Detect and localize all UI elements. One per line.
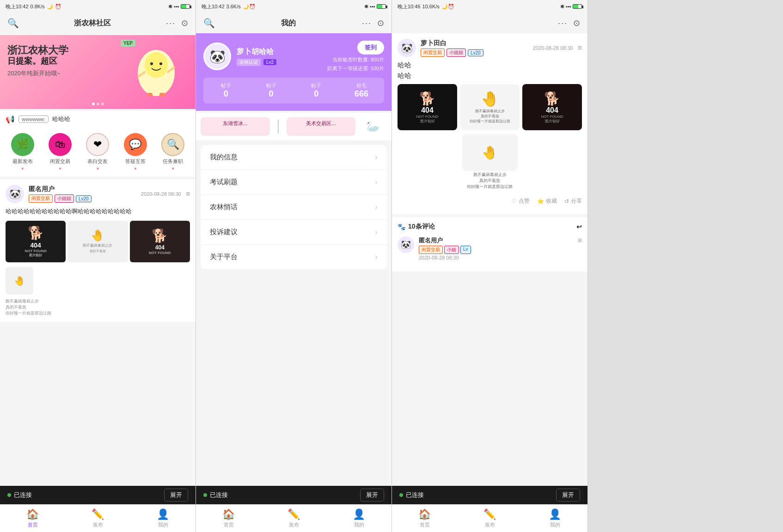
- home-label-3: 首页: [420, 521, 430, 528]
- detail-img-3[interactable]: 🐕 404 NOT FOUND 图片较好: [522, 84, 582, 130]
- profile-name: 萝卜胡哈哈: [237, 47, 322, 57]
- connected-left-2: 已连接: [203, 491, 228, 499]
- post-icon-2: ✏️: [288, 508, 300, 520]
- background-fill: [588, 0, 783, 532]
- reaction-collect[interactable]: ⭐ 收藏: [537, 197, 557, 205]
- target-icon[interactable]: ⊙: [181, 18, 188, 28]
- like-label: 点赞: [519, 197, 530, 205]
- stat-label-2: 帖子: [249, 82, 294, 89]
- network-3: 10.6K/s: [422, 4, 440, 9]
- profile-cert: 农林认证 Lv2: [237, 59, 322, 66]
- bottom-home-1[interactable]: 🏠 首页: [26, 508, 39, 528]
- connected-text-2: 已连接: [210, 491, 228, 499]
- post-label-1: 发布: [93, 521, 103, 528]
- more-icon-3[interactable]: ···: [558, 18, 568, 28]
- img-thumb-2[interactable]: 🤚 跑不赢病毒就止步 真的不着急: [67, 221, 128, 262]
- top-nav-1: 🔍 浙农林社区 ··· ⊙: [0, 13, 196, 33]
- home-label-1: 首页: [28, 521, 38, 528]
- action-answer[interactable]: 💬 答疑互答 ▼: [124, 133, 147, 171]
- status-left-3: 晚上10:46 10.6K/s 🌙⏰: [398, 3, 454, 10]
- menu-item-label-complaint: 投诉建议: [210, 228, 238, 236]
- alarm-icon: ⏰: [55, 4, 61, 10]
- bottom-mine-2[interactable]: 👤 我的: [353, 508, 365, 528]
- svg-rect-5: [159, 93, 165, 97]
- comments-header: 🐾 10条评论 ↩: [398, 223, 582, 231]
- target-icon-3[interactable]: ⊙: [573, 18, 580, 28]
- menu-item-label-exam: 考试刷题: [210, 178, 238, 187]
- reply-icon-1[interactable]: ≡: [578, 236, 582, 245]
- action-circle-confess: ❤: [86, 133, 109, 156]
- connected-text-1: 已连接: [14, 491, 32, 499]
- post-user-info: 匿名用户 闲置交易 小姐姐 Lv20: [29, 185, 136, 203]
- img-404-2: 🐕 404 NOT FOUND: [130, 221, 190, 262]
- action-task[interactable]: 🔍 任务兼职 ▼: [161, 133, 184, 171]
- network-2: 3.6K/s: [226, 4, 241, 9]
- menu-item-complaint[interactable]: 投诉建议 ›: [201, 220, 387, 245]
- nav-icons: ··· ⊙: [166, 18, 188, 28]
- expand-btn-1[interactable]: 展开: [164, 489, 188, 502]
- battery-icon-2: [377, 4, 386, 9]
- scroll-area-2[interactable]: 🐼 萝卜胡哈哈 农林认证 Lv2 签到 当前银杏叶数量: 800片 距离下一等级…: [196, 33, 392, 486]
- more-icon-2[interactable]: ···: [362, 18, 372, 28]
- connected-bar-1: 已连接 展开: [0, 486, 196, 504]
- battery-fill: [181, 5, 186, 8]
- more-icon[interactable]: ···: [166, 18, 176, 28]
- reply-icon-header[interactable]: ↩: [576, 223, 582, 230]
- expand-btn-3[interactable]: 展开: [556, 489, 580, 502]
- banner-content: 浙江农林大学 日提案。超区 2020年纯新开始哦~: [7, 44, 68, 78]
- nav-title-1: 浙农林社区: [74, 18, 111, 28]
- detail-img-1[interactable]: 🐕 404 NOT FOUND 图片较好: [398, 84, 457, 130]
- detail-tag-trade: 闲置交易: [421, 48, 445, 57]
- post-date-1: 2020-08-28 08:30: [141, 191, 181, 197]
- rec-item-1[interactable]: 东湖雪冰...: [201, 117, 270, 136]
- stat-value-1: 0: [203, 89, 249, 99]
- arrow-confess: ▼: [96, 167, 100, 171]
- menu-item-story[interactable]: 农林悄话 ›: [201, 195, 387, 220]
- bottom-post-1[interactable]: ✏️ 发布: [92, 508, 104, 528]
- action-label-answer: 答疑互答: [125, 158, 146, 165]
- menu-item-about[interactable]: 关于平台 ›: [201, 245, 387, 269]
- target-icon-2[interactable]: ⊙: [377, 18, 384, 28]
- bottom-home-3[interactable]: 🏠 首页: [418, 508, 431, 528]
- bottom-post-2[interactable]: ✏️ 发布: [288, 508, 300, 528]
- rec-item-2[interactable]: 美术交易区...: [287, 117, 356, 136]
- action-trade[interactable]: 🛍 闲置交易 ▼: [49, 133, 72, 171]
- comment-avatar-1: 🐼: [398, 236, 414, 253]
- bottom-post-3[interactable]: ✏️ 发布: [483, 508, 496, 528]
- bottom-home-2[interactable]: 🏠 首页: [222, 508, 235, 528]
- goose-icon: 🦢: [366, 120, 380, 133]
- detail-images: 🐕 404 NOT FOUND 图片较好 🤚 跑不赢病毒就止步真的不着急你好慢一…: [398, 84, 582, 130]
- tag-trade: 闲置交易: [29, 194, 53, 203]
- comment-body-1: 匿名用户 ≡ 闲置交易 小姐 Lv 2020-08-28 08:30: [419, 236, 582, 260]
- share-label: 分享: [571, 197, 582, 205]
- bottom-mine-1[interactable]: 👤 我的: [157, 508, 169, 528]
- rec-divider: [274, 117, 283, 136]
- stat-label-4: 粉毛: [339, 82, 384, 89]
- bottom-mine-3[interactable]: 👤 我的: [549, 508, 561, 528]
- recommended-section: 东湖雪冰... 美术交易区... 🦢: [196, 113, 392, 140]
- img-thumb-3[interactable]: 🐕 404 NOT FOUND: [130, 221, 190, 262]
- menu-icon-3[interactable]: ≡: [578, 44, 582, 52]
- comment-username-1: 匿名用户: [419, 236, 443, 245]
- checkin-button[interactable]: 签到: [357, 41, 384, 54]
- expand-btn-2[interactable]: 展开: [360, 489, 384, 502]
- scroll-area-1[interactable]: 浙江农林大学 日提案。超区 2020年纯新开始哦~ YEP: [0, 33, 196, 486]
- search-icon-nav[interactable]: 🔍: [7, 18, 19, 29]
- menu-icon-1[interactable]: ≡: [186, 190, 190, 198]
- img-thumb-1[interactable]: 🐕 404 NOT FOUND 图片较好: [6, 221, 66, 262]
- collect-icon: ⭐: [537, 198, 544, 205]
- action-confess[interactable]: ❤ 表白交友 ▼: [86, 133, 109, 171]
- search-icon-2[interactable]: 🔍: [203, 18, 215, 29]
- reaction-share[interactable]: ↺ 分享: [564, 197, 582, 205]
- detail-img-2[interactable]: 🤚 跑不赢病毒就止步真的不着急你好慢一片就是那边让路: [460, 84, 520, 130]
- stat-value-4: 666: [339, 89, 384, 99]
- menu-item-info[interactable]: 我的信息 ›: [201, 145, 387, 170]
- scroll-area-3[interactable]: 🐼 萝卜田白 闲置交易 小姐姐 Lv20 2020-08-28 08:30 ≡ …: [392, 33, 587, 486]
- menu-item-exam[interactable]: 考试刷题 ›: [201, 170, 387, 195]
- reaction-like[interactable]: ♡ 点赞: [512, 197, 530, 205]
- post-header: 🐼 匿名用户 闲置交易 小姐姐 Lv20 2020-08-28 08:30 ≡: [6, 185, 190, 203]
- action-latest[interactable]: 🌿 最新发布 ▼: [11, 133, 34, 171]
- stat-item-1: 帖子 0: [203, 82, 249, 99]
- notice-text: 哈哈哈: [52, 115, 70, 123]
- img-middle-1: 🤚 跑不赢病毒就止步 真的不着急: [67, 221, 128, 262]
